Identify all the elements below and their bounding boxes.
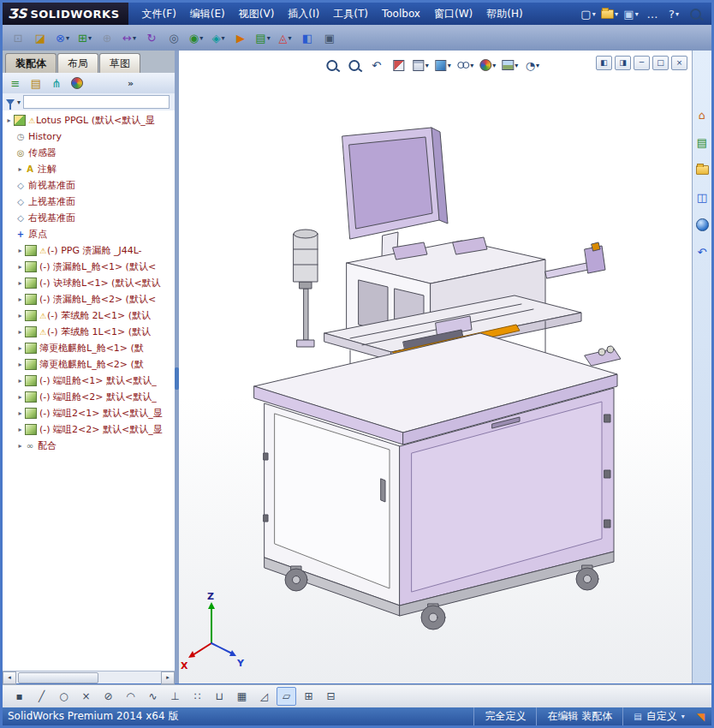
expand-arrow-icon[interactable]: ▸ bbox=[15, 393, 25, 401]
sketch-erase-icon[interactable]: × bbox=[76, 687, 96, 706]
file-explorer-icon[interactable] bbox=[693, 160, 711, 179]
scrollbar-thumb[interactable] bbox=[18, 672, 98, 683]
home-icon[interactable]: ⌂ bbox=[693, 105, 711, 124]
filter-caret-icon[interactable]: ▾ bbox=[17, 98, 21, 106]
expand-arrow-icon[interactable]: ▸ bbox=[15, 426, 25, 433]
expand-arrow-icon[interactable]: ▸ bbox=[15, 165, 25, 173]
menu-item[interactable]: 工具(T) bbox=[326, 3, 375, 25]
expand-arrow-icon[interactable]: ▸ bbox=[15, 377, 25, 385]
menu-item[interactable]: Toolbox bbox=[375, 3, 427, 25]
design-library-icon[interactable]: ▤ bbox=[693, 133, 711, 152]
compare-icon[interactable]: ⊟ bbox=[321, 687, 341, 706]
command-tab[interactable]: 装配体 bbox=[5, 53, 57, 73]
featuremanager-tab-icon[interactable]: ≡ bbox=[6, 74, 25, 92]
mate-icon[interactable]: ⊗ bbox=[52, 27, 73, 48]
smart-fasteners-icon[interactable]: ⊕ bbox=[97, 27, 117, 48]
sketch-perpendicular-icon[interactable]: ⊥ bbox=[165, 687, 185, 706]
tree-item[interactable]: ▸ ◎ ⚠ 传感器 bbox=[3, 145, 175, 161]
expand-arrow-icon[interactable]: ▸ bbox=[15, 409, 25, 417]
search-icon[interactable] bbox=[686, 4, 705, 23]
tree-item[interactable]: ▸ ⚠ (-) 诀球舱L<1> (默认<默认 bbox=[3, 275, 175, 291]
scroll-left-icon[interactable]: ◂ bbox=[3, 671, 16, 684]
expand-arrow-icon[interactable]: ▸ bbox=[15, 279, 25, 287]
menu-item[interactable]: 窗口(W) bbox=[427, 3, 479, 25]
expand-arrow-icon[interactable]: ▸ bbox=[15, 328, 25, 336]
tree-item[interactable]: ▸ ◇ ⚠ 右视基准面 bbox=[3, 210, 175, 226]
graphics-area[interactable]: ↶ ◔ ◧ bbox=[179, 51, 694, 683]
expand-arrow-icon[interactable]: ▸ bbox=[15, 312, 25, 319]
sketch-fillet-icon[interactable]: ◿ bbox=[254, 687, 274, 706]
new-document-icon[interactable]: ▢ bbox=[579, 4, 598, 23]
tree-item[interactable]: ▸ ⚠ (-) 端咀2<1> 默认<默认_显 bbox=[3, 405, 175, 421]
hint-arrow-icon[interactable]: ◥ bbox=[697, 711, 705, 723]
tree-item[interactable]: ▸ ⚠ 簿更桅麒舱L_舱<2> (默 bbox=[3, 356, 175, 373]
expand-arrow-icon[interactable]: ▸ bbox=[15, 442, 25, 450]
custom-caret-icon[interactable]: ▾ bbox=[681, 713, 685, 720]
reference-geometry-icon[interactable]: ◈ bbox=[208, 27, 229, 48]
tree-item[interactable]: ▸ ⚠ (-) 端咀2<2> 默认<默认_显 bbox=[3, 421, 175, 438]
section-plane-icon[interactable]: ▱ bbox=[277, 687, 296, 706]
command-tab[interactable]: 草图 bbox=[99, 53, 140, 73]
assembly-features-icon[interactable]: ◉ bbox=[186, 27, 206, 48]
expand-arrow-icon[interactable]: ▸ bbox=[15, 263, 25, 271]
tree-item[interactable]: ▸ ∞ ⚠ 配合 bbox=[3, 438, 175, 454]
edit-component-icon[interactable]: ◪ bbox=[30, 27, 51, 48]
sketch-circle-icon[interactable]: ○ bbox=[54, 687, 74, 706]
tree-item[interactable]: ▸ A ⚠ 注解 bbox=[3, 161, 175, 177]
tree-item[interactable]: ▸ ⚠ (-) 苯绒舱 1L<1> (默认 bbox=[3, 324, 175, 340]
command-tab[interactable]: 布局 bbox=[57, 53, 98, 73]
new-motion-study-icon[interactable]: ▶ bbox=[230, 27, 251, 48]
expand-arrow-icon[interactable]: ▸ bbox=[15, 295, 25, 303]
appearances-tab-icon[interactable] bbox=[68, 74, 86, 92]
sketch-spline-icon[interactable]: ∿ bbox=[143, 687, 163, 706]
expand-arrow-icon[interactable]: ▸ bbox=[4, 116, 14, 124]
custom-status[interactable]: ▤ 自定义 ▾ bbox=[622, 707, 694, 725]
options-icon[interactable]: ▣ bbox=[319, 27, 340, 48]
rotate-component-icon[interactable]: ↻ bbox=[141, 27, 162, 48]
insert-component-icon[interactable]: ⊡ bbox=[8, 27, 28, 48]
expand-arrow-icon[interactable]: ▸ bbox=[15, 247, 25, 254]
expand-arrow-icon[interactable]: ▸ bbox=[15, 361, 25, 368]
help-icon[interactable]: ? bbox=[664, 4, 683, 23]
menu-item[interactable]: 文件(F) bbox=[135, 3, 183, 25]
sketch-trim-icon[interactable]: ⊘ bbox=[98, 687, 118, 706]
signal-tower-light[interactable] bbox=[294, 230, 318, 347]
menu-item[interactable]: 视图(V) bbox=[232, 3, 282, 25]
sketch-slot-icon[interactable]: ⊔ bbox=[210, 687, 229, 706]
tree-item[interactable]: ▸ ⚠ (-) 端咀舱<1> 默认<默认_ bbox=[3, 373, 175, 389]
propertymanager-tab-icon[interactable]: ▤ bbox=[27, 74, 45, 92]
back-arrow-icon[interactable]: ↶ bbox=[693, 242, 711, 261]
sketch-pattern-icon[interactable]: ∷ bbox=[187, 687, 207, 706]
appearances-scenes-icon[interactable] bbox=[693, 215, 711, 234]
save-icon[interactable]: ▣ bbox=[622, 4, 640, 23]
tree-item[interactable]: ▸ ◷ ⚠ History bbox=[3, 128, 175, 145]
design-table-icon[interactable]: ⊞ bbox=[299, 687, 318, 706]
sketch-arc-icon[interactable]: ◠ bbox=[121, 687, 140, 706]
move-component-icon[interactable]: ↔ bbox=[119, 27, 140, 48]
filter-icon[interactable] bbox=[6, 99, 15, 105]
sketch-point-icon[interactable]: ▪ bbox=[9, 687, 29, 706]
bill-of-materials-icon[interactable]: ▤ bbox=[253, 27, 273, 48]
sketch-line-icon[interactable]: ╱ bbox=[32, 687, 51, 706]
tree-item[interactable]: ▸ ◇ ⚠ 上视基准面 bbox=[3, 194, 175, 210]
menu-item[interactable]: 编辑(E) bbox=[183, 3, 232, 25]
tree-item[interactable]: ▸ ⚠ (-) 苯绒舱 2L<1> (默认 bbox=[3, 307, 175, 324]
grid-system-icon[interactable]: ▦ bbox=[232, 687, 252, 706]
tree-item[interactable]: ▸ ⚠ (-) 端咀舱<2> 默认<默认_ bbox=[3, 389, 175, 405]
tree-item[interactable]: ▸ ⚠ (-) PPG 溃漏舱 _J44L- bbox=[3, 242, 175, 259]
tree-item[interactable]: ▸ ⚠ 簿更桅麒舱L_舱<1> (默 bbox=[3, 340, 175, 356]
configurationmanager-tab-icon[interactable]: ⋔ bbox=[47, 74, 66, 92]
tree-item[interactable]: ▸ ⚠ (-) 溃漏舱L_舱<1> (默认< bbox=[3, 259, 175, 275]
menu-item[interactable]: 插入(I) bbox=[281, 3, 326, 25]
tree-horizontal-scrollbar[interactable]: ◂ ▸ bbox=[3, 671, 175, 683]
tree-item[interactable]: ▸ ◇ ⚠ 前视基准面 bbox=[3, 177, 175, 194]
exploded-view-icon[interactable]: ◬ bbox=[275, 27, 295, 48]
cad-model[interactable]: Z X Y bbox=[179, 51, 694, 683]
panel-overflow-chevron[interactable]: » bbox=[128, 78, 134, 89]
tree-item[interactable]: ▸ + ⚠ 原点 bbox=[3, 226, 175, 242]
tree-item[interactable]: ▸ ⚠ (-) 溃漏舱L_舱<2> (默认< bbox=[3, 291, 175, 307]
tree-item[interactable]: ▸ ⚠ Lotus PPGL (默认<默认_显 bbox=[3, 112, 175, 128]
scroll-right-icon[interactable]: ▸ bbox=[161, 671, 175, 684]
filter-input[interactable] bbox=[23, 95, 170, 109]
show-hidden-components-icon[interactable]: ◎ bbox=[164, 27, 184, 48]
